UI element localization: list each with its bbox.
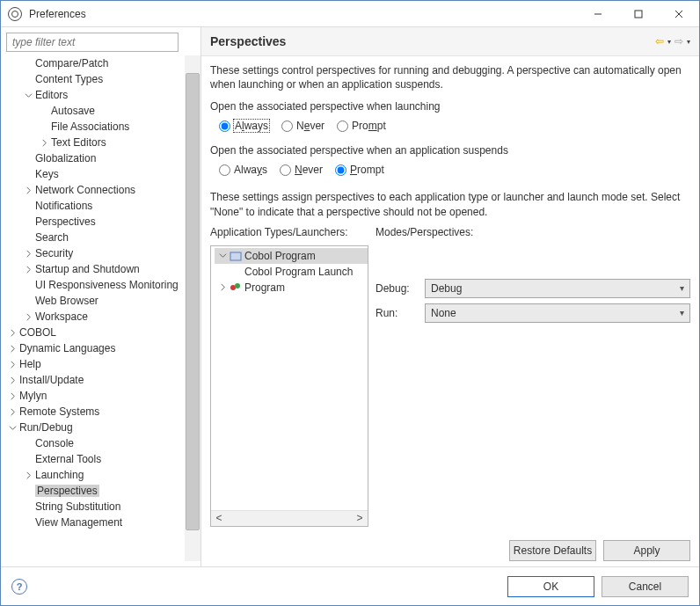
forward-icon[interactable]: ⇨ <box>674 35 683 47</box>
radio-suspend-prompt[interactable]: Prompt <box>335 164 384 176</box>
tree-item-install-update[interactable]: Install/Update <box>19 374 84 386</box>
chevron-right-icon[interactable] <box>38 136 50 149</box>
tree-item-string-substitution[interactable]: String Substitution <box>35 500 120 513</box>
app-types-label: Application Types/Launchers: <box>210 226 368 238</box>
chevron-right-icon[interactable] <box>22 263 34 275</box>
radio-group-launching: Always Never Prompt <box>210 118 690 135</box>
page-title: Perspectives <box>210 34 655 48</box>
cancel-button[interactable]: Cancel <box>602 576 689 597</box>
tree-item-dynamic-languages[interactable]: Dynamic Languages <box>19 342 115 354</box>
debug-label: Debug: <box>376 282 425 295</box>
tree-item-perspectives[interactable]: Perspectives <box>35 215 96 228</box>
tree-item-view-management[interactable]: View Management <box>35 516 122 529</box>
tree-item-launching[interactable]: Launching <box>35 469 84 481</box>
group-launching-label: Open the associated perspective when lau… <box>210 100 690 113</box>
chevron-down-icon[interactable] <box>22 89 34 101</box>
tree-item-keys[interactable]: Keys <box>35 168 59 180</box>
radio-suspend-never[interactable]: Never <box>280 164 323 176</box>
restore-defaults-button[interactable]: Restore Defaults <box>509 540 596 561</box>
tree-item-remote-systems[interactable]: Remote Systems <box>19 405 99 418</box>
chevron-down-icon: ▾ <box>680 283 684 293</box>
app-types-tree[interactable]: Cobol Program Cobol Program Launch Progr… <box>210 245 368 527</box>
tree-item-console[interactable]: Console <box>35 437 74 449</box>
chevron-down-icon[interactable] <box>216 250 229 262</box>
tree-item-run-debug[interactable]: Run/Debug <box>19 421 73 434</box>
tree-item-workspace[interactable]: Workspace <box>35 310 88 323</box>
tree-item-web-browser[interactable]: Web Browser <box>35 295 98 307</box>
page-header: Perspectives ⇦ ▾ ⇨ ▾ <box>201 27 699 56</box>
debug-select[interactable]: Debug▾ <box>425 279 690 298</box>
chevron-right-icon[interactable] <box>6 326 18 339</box>
chevron-right-icon[interactable] <box>6 405 18 418</box>
tree-item-text-editors[interactable]: Text Editors <box>51 136 106 149</box>
tree-scrollbar[interactable] <box>185 55 201 561</box>
chevron-right-icon[interactable] <box>22 469 34 481</box>
radio-launch-never[interactable]: Never <box>281 120 324 132</box>
tree-item-cobol[interactable]: COBOL <box>19 326 56 339</box>
preferences-tree[interactable]: Compare/Patch Content Types Editors Auto… <box>6 55 185 561</box>
sidebar: Compare/Patch Content Types Editors Auto… <box>1 27 201 566</box>
tree-item-editors[interactable]: Editors <box>35 89 68 101</box>
app-tree-hscroll[interactable]: < > <box>211 510 368 526</box>
window-title: Preferences <box>29 8 578 20</box>
window-controls <box>578 1 699 26</box>
tree-item-network[interactable]: Network Connections <box>35 184 135 196</box>
app-icon <box>8 7 22 21</box>
maximize-button[interactable] <box>618 1 659 26</box>
modes-label: Modes/Perspectives: <box>376 226 690 238</box>
tree-item-content-types[interactable]: Content Types <box>35 73 103 85</box>
chevron-right-icon[interactable] <box>216 281 229 294</box>
tree-item-security[interactable]: Security <box>35 247 73 259</box>
app-tree-item-cobol-program[interactable]: Cobol Program <box>215 248 368 264</box>
chevron-right-icon[interactable] <box>6 374 18 386</box>
tree-item-notifications[interactable]: Notifications <box>35 200 92 212</box>
chevron-right-icon[interactable] <box>22 184 34 196</box>
back-icon[interactable]: ⇦ <box>655 35 664 47</box>
tree-item-file-associations[interactable]: File Associations <box>51 120 129 133</box>
tree-item-external-tools[interactable]: External Tools <box>35 453 101 465</box>
tree-item-ui-responsiveness[interactable]: UI Responsiveness Monitoring <box>35 279 179 291</box>
tree-item-search[interactable]: Search <box>35 231 69 244</box>
intro-text: These settings control perspectives for … <box>210 63 690 91</box>
chevron-right-icon[interactable] <box>6 342 18 354</box>
run-select[interactable]: None▾ <box>425 303 690 323</box>
radio-launch-always[interactable]: Always <box>219 120 269 132</box>
back-menu-icon[interactable]: ▾ <box>667 38 671 46</box>
preferences-window: Preferences Compare/Patch Content Types <box>0 0 700 606</box>
tree-item-help[interactable]: Help <box>19 358 41 370</box>
group-suspend-label: Open the associated perspective when an … <box>210 144 690 157</box>
forward-menu-icon[interactable]: ▾ <box>687 38 690 46</box>
chevron-down-icon: ▾ <box>680 308 684 318</box>
titlebar: Preferences <box>1 1 699 27</box>
radio-group-suspend: Always Never Prompt <box>210 162 690 179</box>
chevron-right-icon[interactable] <box>22 247 34 259</box>
scroll-left-icon[interactable]: < <box>211 512 227 524</box>
chevron-down-icon[interactable] <box>6 421 18 434</box>
tree-item-autosave[interactable]: Autosave <box>51 105 95 117</box>
filter-input[interactable] <box>6 33 179 52</box>
tree-item-startup[interactable]: Startup and Shutdown <box>35 263 140 275</box>
program-icon <box>230 281 242 294</box>
scroll-right-icon[interactable]: > <box>352 512 368 524</box>
svg-rect-1 <box>635 11 642 18</box>
help-icon[interactable]: ? <box>11 579 27 595</box>
tree-item-rd-perspectives[interactable]: Perspectives <box>35 485 99 497</box>
assign-intro: These settings assign perspectives to ea… <box>210 190 690 218</box>
run-label: Run: <box>376 307 425 319</box>
tree-item-mylyn[interactable]: Mylyn <box>19 390 47 402</box>
tree-item-compare-patch[interactable]: Compare/Patch <box>35 57 108 69</box>
chevron-right-icon[interactable] <box>6 358 18 370</box>
svg-rect-4 <box>230 252 241 260</box>
close-button[interactable] <box>659 1 699 26</box>
app-tree-item-cobol-launch[interactable]: Cobol Program Launch <box>215 264 368 280</box>
chevron-right-icon[interactable] <box>6 390 18 402</box>
apply-button[interactable]: Apply <box>603 540 690 561</box>
radio-suspend-always[interactable]: Always <box>219 164 267 176</box>
cobol-icon <box>230 250 242 262</box>
tree-item-globalization[interactable]: Globalization <box>35 152 96 164</box>
chevron-right-icon[interactable] <box>22 310 34 323</box>
app-tree-item-program[interactable]: Program <box>215 280 368 296</box>
ok-button[interactable]: OK <box>507 576 594 597</box>
radio-launch-prompt[interactable]: Prompt <box>337 120 386 132</box>
minimize-button[interactable] <box>578 1 618 26</box>
